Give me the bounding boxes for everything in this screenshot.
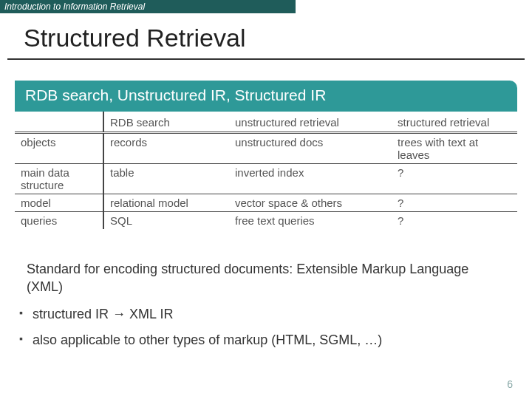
list-item: structured IR → XML IR	[19, 307, 532, 322]
row-label: objects	[15, 133, 103, 164]
th-structured: structured retrieval	[392, 112, 517, 133]
list-item: also applicable to other types of markup…	[19, 332, 532, 348]
table-row: queries SQL free text queries ?	[15, 212, 517, 230]
row-label: main data structure	[15, 164, 103, 194]
table-row: main data structure table inverted index…	[15, 164, 517, 194]
row-label: queries	[15, 212, 103, 230]
header-bar: Introduction to Information Retrieval	[0, 0, 296, 13]
table-row: model relational model vector space & ot…	[15, 194, 517, 212]
th-rdb: RDB search	[103, 112, 229, 133]
table-header-row: RDB search unstructured retrieval struct…	[15, 112, 517, 133]
comparison-table: RDB search unstructured retrieval struct…	[15, 112, 517, 229]
cell: ?	[392, 164, 517, 194]
cell: SQL	[103, 212, 229, 230]
cell: records	[103, 133, 229, 164]
title-rule	[7, 58, 525, 60]
cell: free text queries	[229, 212, 392, 230]
table-row: objects records unstructured docs trees …	[15, 133, 517, 164]
table-caption: RDB search, Unstructured IR, Structured …	[15, 81, 517, 112]
cell: unstructured docs	[229, 133, 392, 164]
cell: ?	[392, 194, 517, 212]
cell: trees with text at leaves	[392, 133, 517, 164]
slide-title: Structured Retrieval	[24, 24, 532, 52]
cell: inverted index	[229, 164, 392, 194]
bullet-list: structured IR → XML IR also applicable t…	[19, 307, 532, 348]
cell: relational model	[103, 194, 229, 212]
cell: ?	[392, 212, 517, 230]
paragraph: Standard for encoding structured documen…	[27, 260, 505, 296]
cell: vector space & others	[229, 194, 392, 212]
cell: table	[103, 164, 229, 194]
th-blank	[15, 112, 103, 133]
row-label: model	[15, 194, 103, 212]
slide: Introduction to Information Retrieval St…	[0, 0, 532, 399]
page-number: 6	[507, 378, 513, 390]
th-unstructured: unstructured retrieval	[229, 112, 392, 133]
